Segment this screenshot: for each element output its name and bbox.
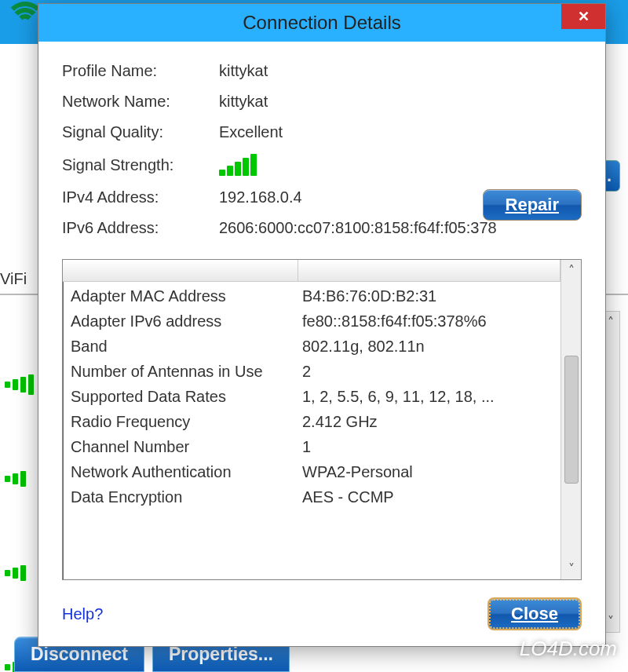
- table-row[interactable]: Radio Frequency2.412 GHz: [71, 409, 553, 434]
- ipv6-label: IPv6 Address:: [62, 219, 219, 237]
- scroll-thumb[interactable]: [564, 356, 579, 484]
- chevron-down-icon[interactable]: ˅: [565, 558, 578, 579]
- network-name-value: kittykat: [219, 93, 582, 111]
- ipv6-value: 2606:6000:cc07:8100:8158:f64f:f05:378: [219, 219, 582, 237]
- detail-key: Data Encryption: [71, 484, 302, 509]
- table-row[interactable]: Number of Antennas in Use2: [71, 359, 553, 384]
- detail-key: Adapter IPv6 address: [71, 309, 302, 334]
- profile-name-value: kittykat: [219, 62, 582, 80]
- details-scrollbar[interactable]: ˄ ˅: [560, 260, 581, 579]
- table-row[interactable]: Adapter MAC AddressB4:B6:76:0D:B2:31: [71, 283, 553, 309]
- dialog-title: Connection Details: [243, 12, 400, 34]
- signal-bars-icon: [219, 154, 582, 176]
- close-button[interactable]: Close: [487, 597, 582, 630]
- table-row[interactable]: Supported Data Rates1, 2, 5.5, 6, 9, 11,…: [71, 384, 553, 409]
- details-list: Adapter MAC AddressB4:B6:76:0D:B2:31Adap…: [62, 259, 582, 580]
- table-row[interactable]: Network AuthenticationWPA2-Personal: [71, 459, 553, 484]
- detail-key: Band: [71, 334, 302, 359]
- connection-details-dialog: Connection Details ✕ Profile Name: kitty…: [38, 3, 606, 647]
- repair-button[interactable]: Repair: [483, 189, 582, 221]
- ipv4-label: IPv4 Address:: [62, 188, 219, 206]
- table-row[interactable]: Channel Number1: [71, 434, 553, 459]
- detail-value: 1: [302, 434, 553, 459]
- table-row[interactable]: Data EncryptionAES - CCMP: [71, 484, 553, 509]
- table-row[interactable]: Adapter IPv6 addressfe80::8158:f64f:f05:…: [71, 309, 553, 334]
- chevron-up-icon[interactable]: ˄: [565, 260, 578, 281]
- vifi-label: ViFi: [0, 270, 27, 288]
- detail-key: Adapter MAC Address: [71, 283, 302, 309]
- detail-value: fe80::8158:f64f:f05:378%6: [302, 309, 553, 334]
- watermark: LO4D.com: [520, 637, 617, 661]
- network-name-label: Network Name:: [62, 93, 219, 111]
- detail-value: 2: [302, 359, 553, 384]
- detail-value: AES - CCMP: [302, 484, 553, 509]
- detail-key: Channel Number: [71, 434, 302, 459]
- chevron-up-icon[interactable]: ˄: [604, 312, 617, 333]
- close-icon[interactable]: ✕: [561, 4, 605, 29]
- signal-strength-value: [219, 154, 582, 176]
- signal-quality-value: Excellent: [219, 123, 582, 141]
- chevron-down-icon[interactable]: ˅: [604, 611, 617, 632]
- detail-value: B4:B6:76:0D:B2:31: [302, 283, 553, 309]
- details-header[interactable]: [63, 260, 560, 282]
- detail-key: Supported Data Rates: [71, 384, 302, 409]
- detail-key: Radio Frequency: [71, 409, 302, 434]
- detail-key: Network Authentication: [71, 459, 302, 484]
- help-link[interactable]: Help?: [62, 605, 103, 623]
- detail-value: 2.412 GHz: [302, 409, 553, 434]
- table-row[interactable]: Band802.11g, 802.11n: [71, 334, 553, 359]
- detail-value: WPA2-Personal: [302, 459, 553, 484]
- profile-name-label: Profile Name:: [62, 62, 219, 80]
- dialog-titlebar: Connection Details ✕: [38, 4, 605, 42]
- detail-key: Number of Antennas in Use: [71, 359, 302, 384]
- signal-quality-label: Signal Quality:: [62, 123, 219, 141]
- signal-strength-label: Signal Strength:: [62, 156, 219, 174]
- detail-value: 1, 2, 5.5, 6, 9, 11, 12, 18, ...: [302, 384, 553, 409]
- detail-value: 802.11g, 802.11n: [302, 334, 553, 359]
